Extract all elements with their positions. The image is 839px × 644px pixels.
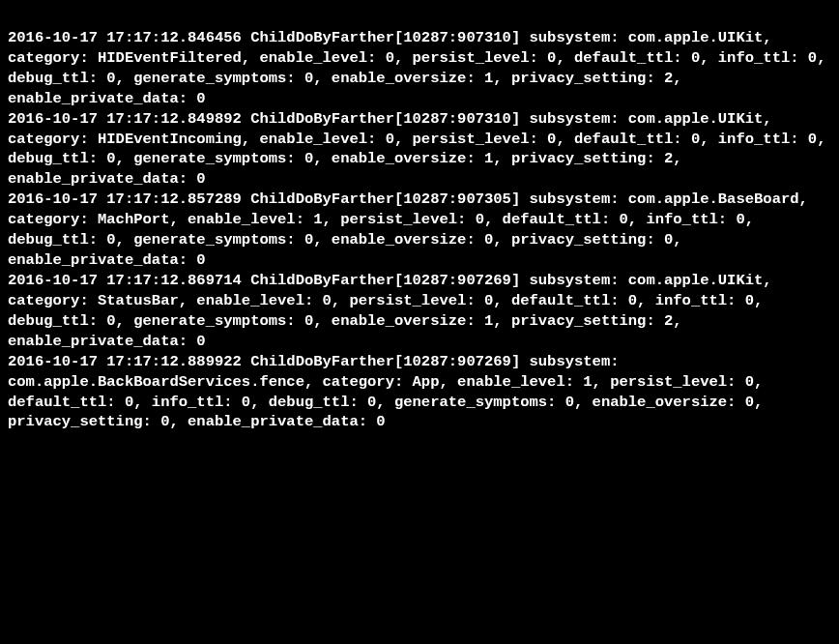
console-log-output: 2016-10-17 17:17:12.846456 ChildDoByFart… (8, 29, 835, 431)
